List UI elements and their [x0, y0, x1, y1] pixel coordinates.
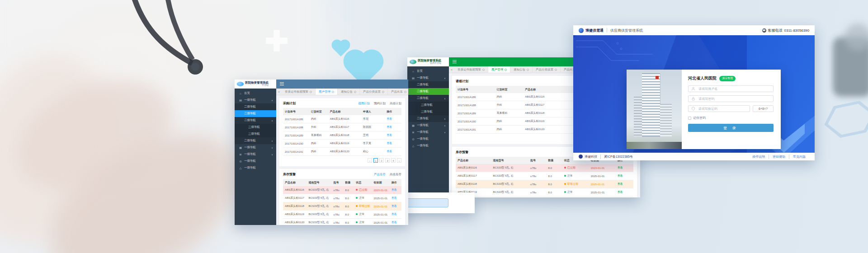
- hexagon-outline: [825, 101, 868, 137]
- tab-close-icon[interactable]: [382, 91, 384, 93]
- tab-certificate-warning[interactable]: 资质证件效期预警: [454, 66, 488, 73]
- sidebar-item-nav2-active[interactable]: 二级导航: [407, 88, 449, 95]
- view-link[interactable]: 查看: [387, 117, 392, 120]
- status-badge: 正常: [354, 194, 372, 202]
- tab-close-icon[interactable]: [527, 69, 529, 71]
- sidebar-item-nav1[interactable]: ▦一级导航∨: [407, 122, 449, 129]
- sidebar-item-nav1[interactable]: ▦一级导航∨: [235, 144, 276, 151]
- sidebar-item-nav1[interactable]: ▤一级导航∧: [407, 75, 449, 81]
- hamburger-icon[interactable]: [453, 61, 457, 62]
- username-field[interactable]: [688, 85, 774, 92]
- chevron-down-icon: ∨: [271, 140, 273, 142]
- company-logo-icon: [579, 155, 583, 159]
- sidebar-item-nav3[interactable]: 三级导航: [407, 108, 449, 115]
- tab-product-category[interactable]: 产品分类设置: [533, 66, 561, 73]
- main-content: « 资质证件效期预警 用户管理 通知公告 产品分类设置 产品出库 采购计划 领用…: [276, 89, 408, 225]
- spec-cell: BCS33型 5孔, 右: [491, 188, 529, 197]
- view-link[interactable]: 查看: [618, 183, 623, 185]
- link-reservation-plan[interactable]: 预约计划: [374, 102, 386, 106]
- tab-product-category[interactable]: 产品分类设置: [360, 89, 388, 95]
- tab-close-icon[interactable]: [404, 91, 406, 93]
- expiry-cell: 2025-01-01: [372, 219, 389, 225]
- tab-close-icon[interactable]: [354, 91, 356, 93]
- captcha-field[interactable]: [688, 105, 750, 112]
- sidebar-item-nav1[interactable]: ⊞一级导航∨: [407, 129, 449, 136]
- batch-cell: o78o: [528, 164, 546, 172]
- plan-id-cell: 20171001A186: [283, 115, 309, 123]
- password-input[interactable]: [698, 97, 770, 101]
- link-product-stock[interactable]: 产品库存: [374, 173, 386, 177]
- tab-certificate-warning[interactable]: 资质证件效期预警: [282, 89, 316, 95]
- sidebar-item-nav2[interactable]: 二级导航∨: [235, 137, 276, 144]
- collapse-tabs-icon[interactable]: «: [449, 68, 454, 71]
- view-link[interactable]: 查看: [392, 197, 397, 199]
- status-dot-icon: [356, 213, 358, 215]
- sidebar-item-nav2[interactable]: 二级导航: [407, 81, 449, 88]
- sidebar-item-home[interactable]: ⌂首页: [235, 90, 276, 97]
- login-card: 河北省人民医院 演示专用: [627, 70, 781, 149]
- plan-id-cell: 20171001A188: [456, 101, 495, 109]
- tab-notice[interactable]: 通知公告: [510, 66, 533, 73]
- view-link[interactable]: 查看: [618, 174, 623, 177]
- sidebar-item-home[interactable]: ⌂首页: [407, 68, 449, 75]
- sidebar-item-nav2[interactable]: 二级导航∧: [235, 117, 276, 124]
- tab-product-outbound[interactable]: 产品出库: [388, 89, 408, 95]
- link-highvalue-plan[interactable]: 高值计划: [390, 102, 401, 106]
- tab-close-icon[interactable]: [310, 91, 312, 93]
- sidebar-item-nav2[interactable]: 二级导航: [235, 103, 276, 110]
- chevron-up-icon: ∧: [444, 77, 446, 80]
- tab-close-icon[interactable]: [505, 69, 507, 71]
- pagination-page[interactable]: 1: [373, 158, 378, 163]
- sidebar-item-nav3[interactable]: 三级导航: [235, 124, 276, 131]
- sidebar-item-nav2[interactable]: 二级导航∨: [407, 115, 449, 122]
- sidebar-item-nav1[interactable]: ▤一级导航∧: [235, 97, 276, 103]
- footer-link-manual[interactable]: 操作说明: [749, 155, 769, 159]
- link-highvalue-stock[interactable]: 高值库存: [390, 173, 401, 177]
- tab-user-management[interactable]: 用户管理: [316, 89, 338, 95]
- tab-close-icon[interactable]: [332, 91, 334, 93]
- pagination-page[interactable]: 4: [391, 158, 396, 163]
- view-link[interactable]: 查看: [618, 191, 623, 193]
- login-button[interactable]: 登 录: [688, 124, 774, 132]
- sidebar-item-nav1[interactable]: ◎一级导航: [235, 158, 276, 164]
- sidebar-item-nav1[interactable]: ◎一级导航: [407, 136, 449, 142]
- pagination-next[interactable]: ›: [397, 158, 401, 163]
- collapse-tabs-icon[interactable]: «: [276, 90, 282, 94]
- background-object: [833, 37, 868, 97]
- tab-notice[interactable]: 通知公告: [338, 89, 360, 95]
- password-field[interactable]: [688, 95, 774, 102]
- view-link[interactable]: 查看: [387, 126, 392, 128]
- sidebar-item-nav1[interactable]: △一级导航: [407, 142, 449, 149]
- sidebar-item-nav3[interactable]: 三级导航: [235, 131, 276, 137]
- tab-close-icon[interactable]: [555, 69, 557, 71]
- view-link[interactable]: 查看: [392, 213, 397, 216]
- plan-table-row: 20171001A186 内科 ABS床头柜0116 李现 查看: [283, 115, 401, 123]
- view-link[interactable]: 查看: [392, 188, 397, 191]
- pagination-prev[interactable]: ‹: [368, 158, 372, 163]
- hamburger-icon[interactable]: [280, 84, 284, 84]
- footer-link-driver[interactable]: 密钥驱动: [769, 155, 789, 159]
- username-input[interactable]: [698, 87, 770, 91]
- sidebar-item-nav2-active[interactable]: 二级导航: [235, 110, 276, 117]
- captcha-input[interactable]: [698, 107, 747, 111]
- link-requisition-plan[interactable]: 领用计划: [358, 102, 370, 106]
- remember-password[interactable]: 记住密码: [688, 116, 774, 120]
- pagination-page[interactable]: 3: [385, 158, 390, 163]
- department-cell: 内科: [495, 93, 523, 101]
- view-link[interactable]: 查看: [392, 205, 397, 207]
- view-link[interactable]: 查看: [618, 166, 623, 169]
- sidebar-item-nav1[interactable]: ⊞一级导航∨: [235, 151, 276, 158]
- view-link[interactable]: 查看: [387, 150, 392, 153]
- pagination-page[interactable]: 2: [379, 158, 384, 163]
- footer-link-faq[interactable]: 常见问题: [789, 155, 809, 159]
- tab-user-management[interactable]: 用户管理: [488, 66, 510, 73]
- checkbox-icon[interactable]: [688, 117, 691, 120]
- view-link[interactable]: 查看: [387, 142, 392, 145]
- tab-close-icon[interactable]: [482, 69, 485, 71]
- view-link[interactable]: 查看: [392, 221, 397, 224]
- sidebar-item-nav3[interactable]: 三级导航: [407, 102, 449, 108]
- captcha-question[interactable]: 6+8=?: [753, 105, 774, 112]
- sidebar-item-nav1[interactable]: △一级导航: [235, 164, 276, 171]
- sidebar-item-nav2[interactable]: 二级导航∧: [407, 95, 449, 102]
- view-link[interactable]: 查看: [387, 134, 392, 136]
